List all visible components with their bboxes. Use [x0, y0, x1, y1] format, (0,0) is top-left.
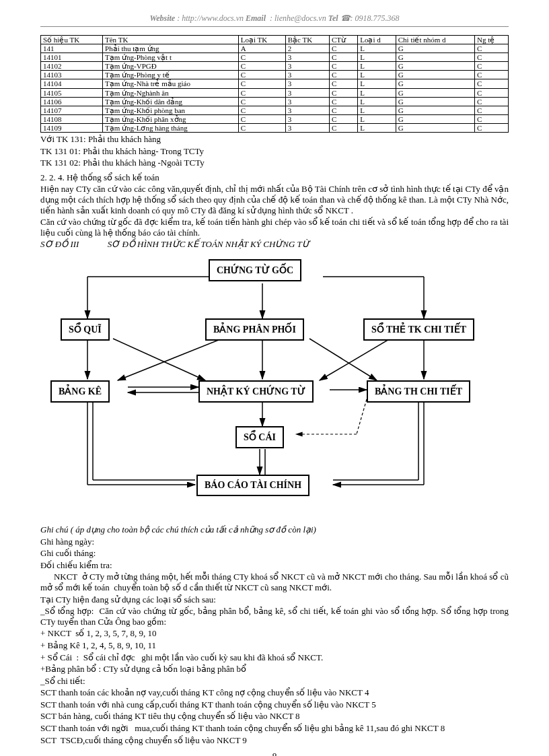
table-cell: C: [474, 114, 508, 123]
box-chungtugoc: CHỨNG TỪ GỐC: [209, 259, 301, 281]
table-cell: Tạm ứng-Nghành ăn: [103, 88, 239, 97]
sodo-title: SƠ ĐỒ HÌNH THỨC KẾ TOÁN NHẬT KÝ CHỨNG TỪ: [108, 239, 309, 249]
table-row: 14103Tạm ứng-Phòng y tếC3CLGC: [41, 71, 509, 79]
table-cell: Tạm ứng-Khối dân đảng: [103, 97, 239, 106]
table-cell: Tạm ứng-Phòng vật t: [103, 53, 239, 62]
table-cell: Tạm ứng-Lơng hàng tháng: [103, 123, 239, 132]
table-cell: G: [396, 88, 474, 97]
table-cell: 3: [285, 71, 329, 79]
table-cell: Tạm ứng-Khối phân xởng: [103, 114, 239, 123]
table-cell: C: [474, 106, 508, 114]
table-cell: C: [238, 114, 285, 123]
table-cell: G: [396, 62, 474, 71]
box-baocao: BÁO CÁO TÀI CHÍNH: [196, 475, 309, 496]
table-cell: L: [358, 71, 396, 79]
table-cell: 14102: [41, 62, 103, 71]
table-cell: C: [330, 123, 358, 132]
body-line: _Sổ tổng hợp: Căn cứ vào chứng từ gốc, b…: [40, 606, 509, 627]
table-cell: 14106: [41, 97, 103, 106]
table-cell: C: [330, 106, 358, 114]
table-cell: Tạm ứng-VPGĐ: [103, 62, 239, 71]
table-cell: C: [474, 62, 508, 71]
page-header: Website : http://www.docs.vn Email : lie…: [40, 13, 509, 27]
box-bangphanphoi: BẢNG PHÂN PHỐI: [205, 318, 304, 341]
page-number: 8: [40, 752, 509, 756]
box-nhatky: NHẬT KÝ CHỨNG TỪ: [198, 380, 314, 403]
table-row: 141Phải thu tạm ứngA2CLGC: [41, 44, 509, 53]
body-line: Tại CTy hiện đang sử dụng các loại sổ sá…: [40, 594, 509, 605]
table-cell: C: [238, 79, 285, 88]
table-cell: L: [358, 44, 396, 53]
table-cell: 3: [285, 123, 329, 132]
table-cell: 3: [285, 62, 329, 71]
table-cell: C: [474, 53, 508, 62]
table-cell: G: [396, 97, 474, 106]
ghichu-line: Ghi cuối tháng:: [40, 548, 509, 559]
table-header: Tên TK: [103, 36, 239, 44]
table-cell: C: [238, 106, 285, 114]
table-cell: C: [330, 44, 358, 53]
table-row: 14106Tạm ứng-Khối dân đảngC3CLGC: [41, 97, 509, 106]
table-row: 14105Tạm ứng-Nghành ănC3CLGC: [41, 88, 509, 97]
tel-number: 0918.775.368: [355, 13, 400, 23]
website-url: http://www.docs.vn: [182, 13, 244, 23]
body-line: SCT bán hàng, cuối tháng KT tiêu thụ cộn…: [40, 711, 509, 722]
table-cell: 141: [41, 44, 103, 53]
body-paragraph-1: Hiện nay CTy căn cứ vào các công văn,quy…: [40, 184, 509, 215]
table-cell: L: [358, 88, 396, 97]
table-cell: L: [358, 79, 396, 88]
body-line: SCT thanh toán các khoản nợ vay,cuối thá…: [40, 687, 509, 698]
table-cell: G: [396, 44, 474, 53]
table-header: Loại d: [358, 36, 396, 44]
table-cell: 14101: [41, 53, 103, 62]
table-cell: C: [330, 114, 358, 123]
table-header: Bậc TK: [285, 36, 329, 44]
table-cell: Phải thu tạm ứng: [103, 44, 239, 53]
table-row: 14101Tạm ứng-Phòng vật tC3CLGC: [41, 53, 509, 62]
table-row: 14109Tạm ứng-Lơng hàng thángC3CLGC: [41, 123, 509, 132]
table-cell: C: [474, 44, 508, 53]
phone-icon: ☎: [340, 13, 351, 23]
table-cell: 14103: [41, 71, 103, 79]
table-cell: C: [238, 62, 285, 71]
website-label: Website: [149, 13, 175, 23]
body-line: SCT thanh toán với ngời mua,cuối tháng K…: [40, 723, 509, 734]
ghichu-title: Ghi chú ( áp dụng cho toàn bộ các chú th…: [40, 524, 509, 535]
table-cell: L: [358, 123, 396, 132]
table-cell: 2: [285, 44, 329, 53]
table-cell: C: [474, 79, 508, 88]
table-cell: L: [358, 53, 396, 62]
table-cell: C: [330, 79, 358, 88]
table-cell: C: [474, 88, 508, 97]
tel-label: Tel: [328, 13, 338, 23]
note-line: Với TK 131: Phải thu khách hàng: [40, 134, 509, 145]
table-row: 14102Tạm ứng-VPGĐC3CLGC: [41, 62, 509, 71]
account-table: Số hiệu TKTên TKLoại TKBậc TKCTừLoại dCh…: [40, 35, 509, 133]
box-sothetk: SỔ THẺ TK CHI TIẾT: [363, 318, 474, 341]
table-cell: 14109: [41, 123, 103, 132]
table-header: Số hiệu TK: [41, 36, 103, 44]
sodo-label: SƠ ĐỒ III: [40, 239, 79, 249]
body-line: +Bảng phân bổ : CTy sử dụng cả bốn loại …: [40, 664, 509, 675]
table-cell: G: [396, 53, 474, 62]
table-cell: C: [330, 71, 358, 79]
table-cell: G: [396, 106, 474, 114]
diagram-title-row: SƠ ĐỒ III SƠ ĐỒ HÌNH THỨC KẾ TOÁN NHẬT K…: [40, 239, 509, 250]
body-line: _Sổ chi tiết:: [40, 676, 509, 687]
table-cell: 14105: [41, 88, 103, 97]
table-cell: G: [396, 71, 474, 79]
table-cell: G: [396, 114, 474, 123]
table-cell: C: [474, 123, 508, 132]
table-cell: C: [238, 123, 285, 132]
body-paragraph-2: Căn cứ vào chứng từ gốc đã đợc kiểm tra,…: [40, 217, 509, 238]
table-cell: C: [238, 97, 285, 106]
table-cell: C: [238, 53, 285, 62]
table-cell: C: [474, 71, 508, 79]
table-cell: C: [330, 62, 358, 71]
table-cell: Tạm ứng-Nhà trẻ mẫu giáo: [103, 79, 239, 88]
note-line: TK 131 02: Phải thu khách hàng -Ngoài TC…: [40, 158, 509, 168]
table-cell: G: [396, 123, 474, 132]
table-cell: 3: [285, 97, 329, 106]
table-row: 14104Tạm ứng-Nhà trẻ mẫu giáoC3CLGC: [41, 79, 509, 88]
body-line: NKCT ở CTy mở từng tháng một, hết mỗi th…: [40, 572, 509, 592]
